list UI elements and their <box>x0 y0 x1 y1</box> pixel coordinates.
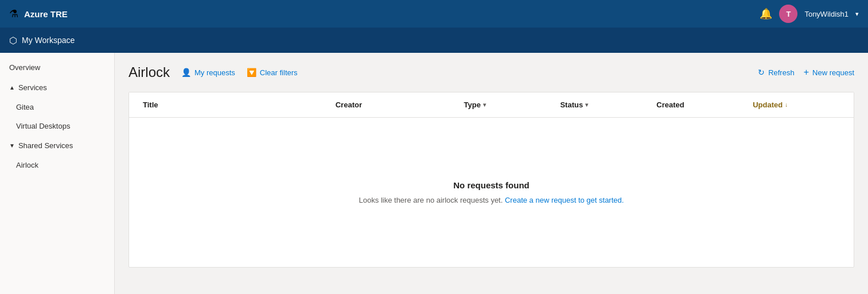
column-status[interactable]: Status ▾ <box>555 92 652 117</box>
services-collapse-icon: ▲ <box>9 84 15 91</box>
column-updated[interactable]: Updated ↓ <box>748 92 844 117</box>
column-created: Created <box>652 92 748 117</box>
table-body: No requests found Looks like there are n… <box>129 118 854 267</box>
sidebar-item-airlock[interactable]: Airlock <box>0 156 114 175</box>
empty-description-prefix: Looks like there are no airlock requests… <box>359 196 503 204</box>
column-title: Title <box>138 92 331 117</box>
sidebar-section-services-label: Services <box>18 83 47 92</box>
new-request-label: New request <box>812 68 854 77</box>
sidebar-item-virtual-desktops-label: Virtual Desktops <box>16 122 70 130</box>
refresh-button[interactable]: ↻ Refresh <box>758 68 795 77</box>
sidebar-item-overview[interactable]: Overview <box>0 57 114 78</box>
page-header: Airlock 👤 My requests 🔽 Clear filters ↻ … <box>129 64 854 80</box>
my-workspace-label[interactable]: My Workspace <box>22 36 75 45</box>
sidebar-section-services[interactable]: ▲ Services <box>0 78 114 98</box>
empty-state-description: Looks like there are no airlock requests… <box>359 196 624 204</box>
create-new-request-link[interactable]: Create a new request to get started. <box>505 196 624 204</box>
type-sort-icon: ▾ <box>483 102 486 108</box>
sidebar-item-virtual-desktops[interactable]: Virtual Desktops <box>0 117 114 136</box>
main-content: Airlock 👤 My requests 🔽 Clear filters ↻ … <box>115 53 868 294</box>
top-nav-left: ⚗ Azure TRE <box>9 7 68 20</box>
sidebar-item-label: Overview <box>9 63 40 72</box>
secondary-navbar: ⬡ My Workspace <box>0 28 868 53</box>
top-nav-right: 🔔 T TonyWildish1 ▾ <box>760 5 859 23</box>
updated-sort-icon: ↓ <box>785 102 788 108</box>
user-name[interactable]: TonyWildish1 <box>804 10 848 18</box>
sidebar-item-gitea-label: Gitea <box>16 103 34 111</box>
page-title: Airlock <box>129 64 170 80</box>
column-type[interactable]: Type ▾ <box>460 92 556 117</box>
user-menu-chevron-icon[interactable]: ▾ <box>855 10 859 18</box>
new-request-plus-icon: + <box>804 67 809 78</box>
app-logo-icon: ⚗ <box>9 7 18 20</box>
avatar[interactable]: T <box>779 5 797 23</box>
my-requests-button[interactable]: 👤 My requests <box>181 68 235 77</box>
top-navbar: ⚗ Azure TRE 🔔 T TonyWildish1 ▾ <box>0 0 868 28</box>
workspace-icon: ⬡ <box>9 35 17 46</box>
new-request-button[interactable]: + New request <box>804 67 854 78</box>
refresh-label: Refresh <box>768 68 795 77</box>
clear-filters-label: Clear filters <box>260 68 298 77</box>
shared-services-collapse-icon: ▼ <box>9 142 15 149</box>
empty-state-title: No requests found <box>453 180 530 190</box>
sidebar-item-gitea[interactable]: Gitea <box>0 98 114 117</box>
my-requests-icon: 👤 <box>181 68 191 77</box>
sidebar-item-airlock-label: Airlock <box>16 161 38 169</box>
column-creator: Creator <box>331 92 460 117</box>
status-sort-icon: ▾ <box>585 102 588 108</box>
refresh-icon: ↻ <box>758 68 765 77</box>
clear-filters-button[interactable]: 🔽 Clear filters <box>247 68 298 77</box>
notification-icon[interactable]: 🔔 <box>760 7 772 20</box>
page-header-right: ↻ Refresh + New request <box>758 67 854 78</box>
app-title: Azure TRE <box>24 9 68 19</box>
clear-filters-icon: 🔽 <box>247 68 256 77</box>
sidebar: Overview ▲ Services Gitea Virtual Deskto… <box>0 53 115 294</box>
airlock-table: Title Creator Type ▾ Status ▾ Created Up <box>129 92 854 268</box>
page-header-left: Airlock 👤 My requests 🔽 Clear filters <box>129 64 298 80</box>
sidebar-section-shared-services[interactable]: ▼ Shared Services <box>0 136 114 156</box>
my-requests-label: My requests <box>194 68 235 77</box>
sidebar-section-shared-services-label: Shared Services <box>18 141 73 150</box>
main-layout: Overview ▲ Services Gitea Virtual Deskto… <box>0 53 868 294</box>
table-header: Title Creator Type ▾ Status ▾ Created Up <box>129 92 854 118</box>
